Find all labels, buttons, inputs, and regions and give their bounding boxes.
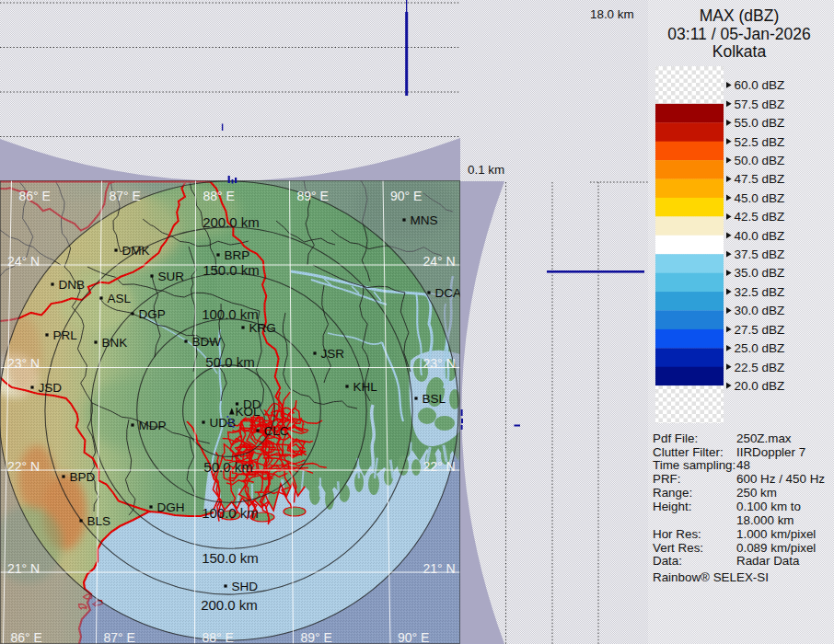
svg-text:22° N: 22° N bbox=[7, 459, 40, 474]
svg-text:DCA: DCA bbox=[435, 286, 462, 300]
svg-text:Time sampling:: Time sampling: bbox=[653, 458, 736, 472]
svg-text:Data:: Data: bbox=[653, 554, 682, 568]
svg-text:87° E: 87° E bbox=[110, 189, 141, 203]
svg-text:60.0 dBZ: 60.0 dBZ bbox=[735, 78, 785, 92]
svg-text:PRF:: PRF: bbox=[653, 472, 681, 486]
svg-text:89° E: 89° E bbox=[301, 630, 332, 644]
svg-text:MDP: MDP bbox=[139, 419, 167, 432]
svg-text:90° E: 90° E bbox=[398, 630, 429, 644]
svg-text:100.0 km: 100.0 km bbox=[202, 505, 259, 521]
svg-text:18.0 km: 18.0 km bbox=[590, 7, 634, 21]
svg-text:KHL: KHL bbox=[353, 380, 378, 394]
svg-text:Hor Res:: Hor Res: bbox=[653, 527, 701, 541]
svg-text:IIRDoppler 7: IIRDoppler 7 bbox=[736, 445, 805, 459]
svg-text:86° E: 86° E bbox=[11, 630, 42, 644]
svg-text:SHD: SHD bbox=[232, 580, 259, 593]
svg-text:40.0 dBZ: 40.0 dBZ bbox=[735, 229, 785, 243]
svg-text:87° E: 87° E bbox=[104, 630, 135, 644]
svg-text:50.0 km: 50.0 km bbox=[203, 459, 252, 475]
svg-text:88° E: 88° E bbox=[203, 189, 235, 203]
svg-text:52.5 dBZ: 52.5 dBZ bbox=[735, 135, 785, 149]
svg-text:23° N: 23° N bbox=[7, 356, 40, 371]
svg-text:200.0 km: 200.0 km bbox=[203, 214, 260, 230]
svg-text:25.0 dBZ: 25.0 dBZ bbox=[735, 341, 785, 355]
svg-text:30.0 dBZ: 30.0 dBZ bbox=[735, 304, 785, 317]
svg-text:DGP: DGP bbox=[139, 307, 166, 321]
svg-text:ASL: ASL bbox=[108, 292, 132, 305]
svg-text:DNB: DNB bbox=[59, 278, 86, 292]
svg-text:600 Hz / 450 Hz: 600 Hz / 450 Hz bbox=[736, 472, 825, 486]
svg-text:50.0 dBZ: 50.0 dBZ bbox=[735, 154, 785, 167]
svg-text:CLC: CLC bbox=[264, 424, 289, 438]
svg-text:BSL: BSL bbox=[423, 392, 446, 406]
svg-text:PRL: PRL bbox=[53, 328, 78, 342]
svg-text:24° N: 24° N bbox=[423, 254, 456, 269]
svg-text:35.0 dBZ: 35.0 dBZ bbox=[735, 266, 785, 280]
svg-text:21° N: 21° N bbox=[7, 561, 40, 576]
svg-text:BPD: BPD bbox=[70, 470, 96, 484]
svg-text:250 km: 250 km bbox=[736, 486, 777, 500]
svg-text:90° E: 90° E bbox=[390, 189, 422, 203]
svg-text:86° E: 86° E bbox=[19, 189, 51, 203]
svg-text:89° E: 89° E bbox=[297, 189, 329, 203]
svg-text:JSR: JSR bbox=[321, 347, 345, 361]
svg-text:SUR: SUR bbox=[158, 270, 185, 283]
svg-text:BDW: BDW bbox=[192, 335, 222, 349]
svg-text:250Z.max: 250Z.max bbox=[736, 431, 792, 445]
svg-text:57.5 dBZ: 57.5 dBZ bbox=[735, 98, 785, 111]
svg-text:Vert Res:: Vert Res: bbox=[653, 541, 703, 555]
svg-text:1.000 km/pixel: 1.000 km/pixel bbox=[736, 527, 816, 541]
svg-text:Rainbow® SELEX-SI: Rainbow® SELEX-SI bbox=[653, 570, 769, 584]
svg-text:22.5 dBZ: 22.5 dBZ bbox=[735, 361, 785, 374]
svg-text:50.0 km: 50.0 km bbox=[205, 354, 254, 370]
svg-text:03:11 / 05-Jan-2026: 03:11 / 05-Jan-2026 bbox=[667, 25, 810, 43]
svg-text:18.000 km: 18.000 km bbox=[736, 513, 794, 527]
svg-text:MAX (dBZ): MAX (dBZ) bbox=[700, 6, 780, 25]
svg-text:MNS: MNS bbox=[411, 213, 438, 227]
svg-text:37.5 dBZ: 37.5 dBZ bbox=[735, 247, 785, 261]
svg-text:Clutter Filter:: Clutter Filter: bbox=[653, 445, 724, 459]
svg-text:Pdf File:: Pdf File: bbox=[653, 431, 698, 445]
svg-text:42.5 dBZ: 42.5 dBZ bbox=[735, 210, 785, 224]
svg-text:BRP: BRP bbox=[225, 248, 250, 262]
svg-text:KOL: KOL bbox=[236, 405, 261, 419]
svg-text:23° N: 23° N bbox=[423, 356, 456, 371]
svg-text:55.0 dBZ: 55.0 dBZ bbox=[735, 116, 785, 130]
svg-text:0.1 km: 0.1 km bbox=[468, 163, 504, 177]
svg-text:27.5 dBZ: 27.5 dBZ bbox=[735, 323, 785, 337]
svg-text:150.0 km: 150.0 km bbox=[203, 262, 260, 278]
svg-text:BLS: BLS bbox=[87, 514, 111, 528]
svg-text:Kolkata: Kolkata bbox=[712, 42, 767, 61]
svg-text:150.0 km: 150.0 km bbox=[202, 550, 259, 566]
svg-text:20.0 dBZ: 20.0 dBZ bbox=[735, 379, 785, 393]
svg-text:Range:: Range: bbox=[653, 486, 692, 500]
svg-text:100.0 km: 100.0 km bbox=[202, 306, 259, 322]
svg-text:47.5 dBZ: 47.5 dBZ bbox=[735, 172, 785, 186]
svg-text:Radar Data: Radar Data bbox=[736, 554, 800, 568]
svg-text:UDB: UDB bbox=[210, 416, 237, 430]
svg-text:48: 48 bbox=[736, 458, 750, 472]
svg-text:JSD: JSD bbox=[39, 381, 63, 395]
svg-text:32.5 dBZ: 32.5 dBZ bbox=[735, 285, 785, 299]
svg-text:0.100 km to: 0.100 km to bbox=[736, 500, 801, 513]
svg-text:21° N: 21° N bbox=[423, 561, 456, 576]
svg-text:88° E: 88° E bbox=[203, 630, 234, 644]
svg-text:45.0 dBZ: 45.0 dBZ bbox=[735, 191, 785, 205]
svg-text:0.089 km/pixel: 0.089 km/pixel bbox=[736, 541, 816, 555]
svg-text:200.0 km: 200.0 km bbox=[201, 597, 258, 613]
svg-text:Height:: Height: bbox=[653, 500, 691, 513]
svg-text:KRG: KRG bbox=[249, 321, 276, 335]
svg-text:DGH: DGH bbox=[157, 500, 185, 514]
svg-text:22° N: 22° N bbox=[423, 459, 456, 474]
svg-text:DMK: DMK bbox=[122, 244, 150, 258]
svg-text:BNK: BNK bbox=[102, 336, 128, 350]
svg-text:24° N: 24° N bbox=[7, 254, 40, 269]
